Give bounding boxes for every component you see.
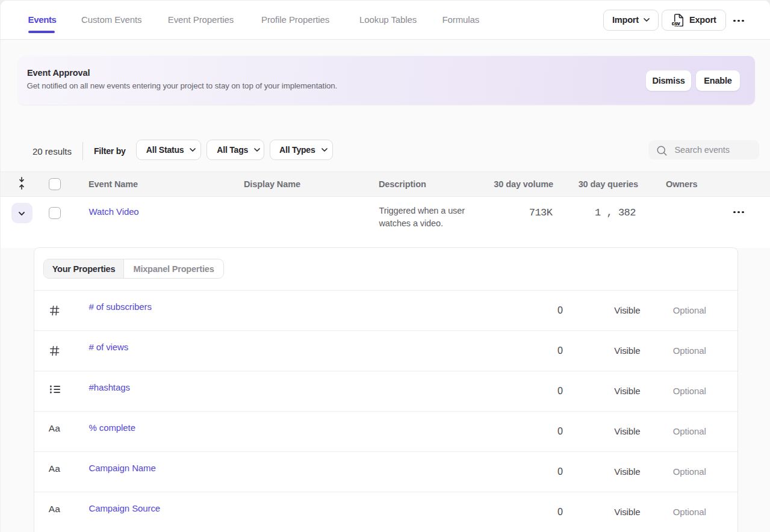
- svg-text:csv: csv: [672, 20, 680, 26]
